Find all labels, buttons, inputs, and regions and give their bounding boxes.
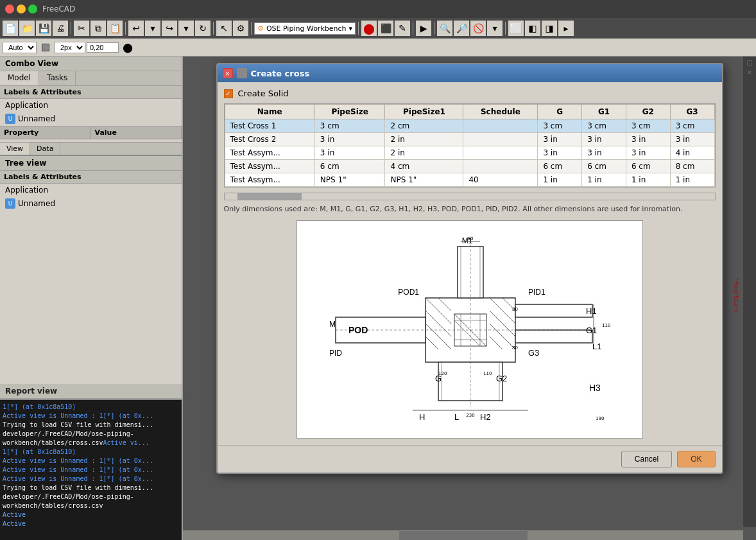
ok-button[interactable]: OK: [677, 451, 715, 467]
modal-close-button[interactable]: ×: [223, 68, 233, 78]
block-icon[interactable]: 🚫: [470, 21, 486, 36]
value-col-header: Value: [91, 126, 182, 139]
table-row[interactable]: Test Cross 13 cm2 cm3 cm3 cm3 cm3 cm: [225, 119, 714, 133]
cursor-icon[interactable]: ↖: [216, 21, 232, 36]
title-bar: FreeCAD: [0, 0, 756, 18]
tree-view-header: Tree view: [0, 156, 182, 171]
undo-dropdown-icon[interactable]: ▾: [145, 21, 160, 36]
workbench-selector[interactable]: ⚙ OSE Piping Workbench ▾: [254, 22, 356, 35]
view-more-icon[interactable]: ◨: [542, 21, 557, 36]
workbench-icon: ⚙: [257, 24, 264, 33]
modal-footer: Cancel OK: [218, 445, 722, 473]
label-h1: H1: [586, 306, 597, 316]
data-tab[interactable]: Data: [30, 143, 60, 155]
report-view-header: Report view: [0, 384, 182, 399]
copy-icon[interactable]: ⧉: [90, 21, 106, 36]
svg-text:190: 190: [596, 416, 604, 421]
svg-text:110: 110: [602, 323, 610, 328]
tree-unnamed-label: Unnamed: [18, 199, 55, 208]
refresh-icon[interactable]: ↻: [195, 21, 210, 36]
value-input[interactable]: [87, 42, 119, 53]
svg-line-8: [425, 336, 438, 349]
view2d-icon[interactable]: ◧: [525, 21, 540, 36]
modal-min-icon[interactable]: [237, 68, 247, 78]
toolbar-row-1: 📄 📁 💾 🖨 ✂ ⧉ 📋 ↩ ▾ ↪ ▾ ↻ ↖ ⚙ ⚙ OSE Piping…: [0, 18, 756, 39]
linewidth-select[interactable]: 2px: [55, 42, 85, 53]
table-row[interactable]: Test Assym...6 cm4 cm6 cm6 cm6 cm8 cm: [225, 160, 714, 173]
horizontal-scrollbar[interactable]: [224, 193, 716, 200]
tree-view-section: Tree view Labels & Attributes Applicatio…: [0, 155, 182, 384]
style-select[interactable]: Auto: [3, 42, 37, 53]
label-pod1: POD1: [398, 288, 419, 297]
svg-text:110: 110: [483, 371, 492, 376]
data-table-container[interactable]: Name PipeSize PipeSize1 Schedule G G1 G2…: [224, 103, 716, 187]
window-controls[interactable]: [5, 4, 37, 13]
modal-titlebar: × Create cross: [218, 64, 722, 82]
unnamed-item[interactable]: U Unnamed: [0, 112, 182, 126]
svg-line-1: [425, 298, 451, 324]
more-icon[interactable]: ▾: [487, 21, 503, 36]
stop-icon[interactable]: ⬛: [378, 21, 393, 36]
label-pid1: PID1: [528, 288, 546, 297]
left-panel: Combo View Model Tasks Labels & Attribut…: [0, 57, 183, 540]
more2-icon[interactable]: ▸: [558, 21, 574, 36]
create-cross-modal: × Create cross ✓ Create Solid: [216, 63, 723, 474]
redo-icon[interactable]: ↪: [162, 21, 177, 36]
open-icon[interactable]: 📁: [19, 21, 35, 36]
svg-text:60: 60: [467, 236, 473, 241]
search-icon[interactable]: 🔎: [454, 21, 469, 36]
table-row[interactable]: Test Assym...3 in2 in3 in3 in3 in4 in: [225, 146, 714, 160]
tree-application-item: Application: [0, 184, 182, 196]
application-label: Application: [5, 101, 48, 110]
cross-svg: M1 POD1 PID1 H1 M POD G1: [297, 221, 643, 439]
col-g2: G2: [626, 105, 670, 119]
create-solid-checkbox[interactable]: ✓: [224, 89, 233, 98]
svg-line-11: [490, 336, 503, 349]
undo-icon[interactable]: ↩: [128, 21, 144, 36]
edit-icon[interactable]: ✎: [395, 21, 410, 36]
report-view[interactable]: 1[*] (at 0x1c8a510) Active view is Unnam…: [0, 399, 182, 540]
point-icon[interactable]: ⬤: [120, 40, 135, 55]
close-button[interactable]: [5, 4, 14, 13]
table-row[interactable]: Test Assym...NPS 1"NPS 1"401 in1 in1 in1…: [225, 173, 714, 187]
app-title: FreeCAD: [42, 4, 75, 13]
tab-model[interactable]: Model: [0, 71, 39, 85]
cancel-button[interactable]: Cancel: [621, 451, 672, 467]
view3d-icon[interactable]: ⬜: [508, 21, 524, 36]
macro-icon[interactable]: ⚙: [233, 21, 248, 36]
record-icon[interactable]: ⬤: [361, 21, 377, 36]
application-item: Application: [0, 99, 182, 112]
view-data-tabs: View Data: [0, 142, 182, 155]
svg-text:80: 80: [512, 345, 518, 351]
paste-icon[interactable]: 📋: [107, 21, 123, 36]
table-row[interactable]: Test Cross 23 in2 in3 in3 in3 in3 in: [225, 133, 714, 146]
minimize-button[interactable]: [17, 4, 26, 13]
save-icon[interactable]: 💾: [36, 21, 51, 36]
maximize-button[interactable]: [28, 4, 37, 13]
redo-dropdown-icon[interactable]: ▾: [178, 21, 194, 36]
col-pipesize: PipeSize: [314, 105, 385, 119]
modal-overlay: × Create cross ✓ Create Solid: [183, 57, 756, 540]
print-icon[interactable]: 🖨: [53, 21, 68, 36]
property-grid: Property Value: [0, 126, 182, 139]
zoom-icon[interactable]: 🔍: [437, 21, 452, 36]
toolbar-row-2: Auto 2px ⬤: [0, 39, 756, 57]
create-solid-label: Create Solid: [238, 89, 289, 98]
col-g3: G3: [670, 105, 714, 119]
svg-line-7: [425, 324, 451, 349]
play-icon[interactable]: ▶: [416, 21, 431, 36]
label-g1: G1: [586, 326, 597, 335]
tree-unnamed-item[interactable]: U Unnamed: [0, 196, 182, 211]
sep-5: [358, 22, 359, 35]
col-g: G: [538, 105, 582, 119]
label-g3: G3: [528, 348, 539, 358]
new-icon[interactable]: 📄: [3, 21, 18, 36]
combo-tab-bar: Model Tasks: [0, 71, 182, 86]
color-icon[interactable]: [38, 40, 53, 55]
scrollbar-thumb[interactable]: [237, 193, 302, 200]
info-text: Only dimensions used are: M, M1, G, G1, …: [224, 204, 716, 215]
view-tab[interactable]: View: [0, 143, 30, 155]
cut-icon[interactable]: ✂: [74, 21, 89, 36]
tab-tasks[interactable]: Tasks: [39, 71, 76, 85]
data-table: Name PipeSize PipeSize1 Schedule G G1 G2…: [225, 104, 715, 187]
